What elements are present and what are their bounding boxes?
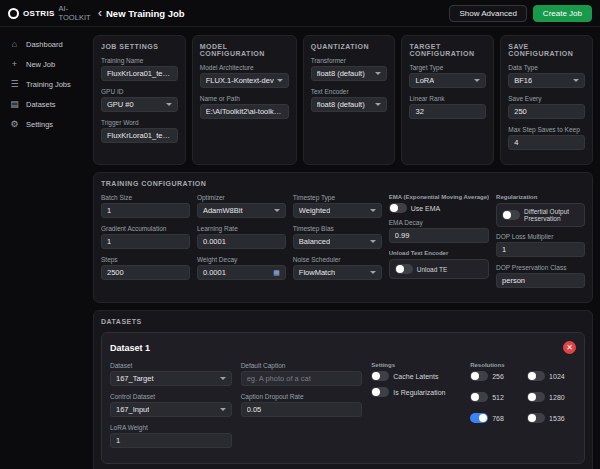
training-configuration-grid: Batch Size Gradient Accumulation Steps <box>101 194 585 295</box>
sidebar-item-dashboard[interactable]: ⌂ Dashboard <box>0 34 86 54</box>
close-icon[interactable]: ✕ <box>563 341 576 354</box>
dop-preservation-class-field: DOP Preservation Class <box>496 264 585 288</box>
use-ema-toggle[interactable] <box>389 203 407 213</box>
dataset-select[interactable]: 167_Target <box>110 371 232 386</box>
cache-latents-toggle[interactable] <box>371 371 389 381</box>
resolution-768-toggle[interactable] <box>470 413 488 423</box>
timestep-bias-select[interactable]: Balanced <box>293 234 382 249</box>
gpu-id-select[interactable]: GPU #0 <box>101 97 178 112</box>
resolution-512-toggle[interactable] <box>470 392 488 402</box>
chevron-down-icon <box>277 79 283 82</box>
target-configuration-panel: TARGET CONFIGURATION Target Type LoRA Li… <box>401 35 494 165</box>
sidebar: ⌂ Dashboard + New Job ☰ Training Jobs ▤ … <box>0 28 86 469</box>
caption-dropout-input[interactable] <box>241 402 363 417</box>
linear-rank-input[interactable] <box>409 104 486 119</box>
caption-dropout-field: Caption Dropout Rate <box>241 393 363 417</box>
sidebar-item-new-job[interactable]: + New Job <box>0 54 86 74</box>
name-or-path-input[interactable] <box>200 104 289 119</box>
dop-toggle[interactable] <box>502 210 520 220</box>
data-type-field: Data Type BF16 <box>508 64 585 88</box>
timestep-type-label: Timestep Type <box>293 194 382 201</box>
caption-dropout-label: Caption Dropout Rate <box>241 393 363 400</box>
dop-loss-multiplier-field: DOP Loss Multiplier <box>496 233 585 257</box>
optimizer-value: AdamW8Bit <box>203 206 243 215</box>
text-encoder-field: Text Encoder float8 (default) <box>311 88 388 112</box>
page-head: ‹ New Training Job <box>98 7 185 19</box>
linear-rank-label: Linear Rank <box>409 95 486 102</box>
resolution-256-toggle[interactable] <box>470 371 488 381</box>
dataset-label: Dataset <box>110 362 232 369</box>
training-name-input[interactable] <box>101 66 178 81</box>
show-advanced-button[interactable]: Show Advanced <box>449 5 526 22</box>
transformer-select[interactable]: float8 (default) <box>311 66 388 81</box>
training-col-3: Timestep Type Weighted Timestep Bias Bal… <box>293 194 382 295</box>
chevron-down-icon <box>375 103 381 106</box>
target-type-value: LoRA <box>415 76 434 85</box>
batch-size-input[interactable] <box>101 203 190 218</box>
resolution-toggle-row: 1280 <box>527 392 576 402</box>
lora-weight-input[interactable] <box>110 433 232 448</box>
chevron-down-icon <box>370 240 376 243</box>
dataset-col-2: Default Caption Caption Dropout Rate <box>241 362 363 455</box>
chevron-down-icon <box>370 209 376 212</box>
steps-input[interactable] <box>101 265 190 280</box>
timestep-type-select[interactable]: Weighted <box>293 203 382 218</box>
chevron-down-icon <box>220 377 226 380</box>
unload-te-toggle[interactable] <box>395 264 413 274</box>
target-type-select[interactable]: LoRA <box>409 73 486 88</box>
model-configuration-panel: MODEL CONFIGURATION Model Architecture F… <box>192 35 297 165</box>
data-type-select[interactable]: BF16 <box>508 73 585 88</box>
is-regularization-toggle-row: Is Regularization <box>371 387 461 397</box>
dop-loss-multiplier-input[interactable] <box>496 242 585 257</box>
dop-preservation-class-input[interactable] <box>496 273 585 288</box>
timestep-bias-label: Timestep Bias <box>293 225 382 232</box>
trigger-word-input[interactable] <box>101 128 178 143</box>
sidebar-item-settings[interactable]: ⚙ Settings <box>0 114 86 134</box>
brand-name: OSTRIS <box>23 9 55 18</box>
chevron-down-icon <box>573 79 579 82</box>
cache-latents-toggle-row: Cache Latents <box>371 371 461 381</box>
batch-size-field: Batch Size <box>101 194 190 218</box>
transformer-label: Transformer <box>311 57 388 64</box>
use-ema-toggle-row: Use EMA <box>389 203 489 213</box>
save-every-label: Save Every <box>508 95 585 102</box>
model-architecture-value: FLUX.1-Kontext-dev <box>206 76 274 85</box>
cache-latents-label: Cache Latents <box>393 373 438 380</box>
control-dataset-select[interactable]: 167_Input <box>110 402 232 417</box>
gradient-accumulation-input[interactable] <box>101 234 190 249</box>
ema-decay-input[interactable] <box>389 228 489 243</box>
resolution-label: 768 <box>492 415 504 422</box>
sidebar-item-label: New Job <box>26 60 55 69</box>
max-step-saves-field: Max Step Saves to Keep <box>508 126 585 150</box>
learning-rate-input[interactable] <box>197 234 286 249</box>
create-job-button[interactable]: Create Job <box>533 5 592 22</box>
resolution-1024-toggle[interactable] <box>527 371 545 381</box>
resolution-1536-toggle[interactable] <box>527 413 545 423</box>
weight-decay-input[interactable] <box>203 268 270 277</box>
training-configuration-panel: TRAINING CONFIGURATION Batch Size Gradie… <box>93 172 593 303</box>
back-icon[interactable]: ‹ <box>98 7 102 19</box>
control-dataset-field: Control Dataset 167_Input <box>110 393 232 417</box>
is-regularization-toggle[interactable] <box>371 387 389 397</box>
save-every-input[interactable] <box>508 104 585 119</box>
topbar-actions: Show Advanced Create Job <box>449 5 592 22</box>
noise-scheduler-select[interactable]: FlowMatch <box>293 265 382 280</box>
transformer-field: Transformer float8 (default) <box>311 57 388 81</box>
sidebar-item-datasets[interactable]: ▤ Datasets <box>0 94 86 114</box>
name-or-path-field: Name or Path <box>200 95 289 119</box>
sidebar-item-training-jobs[interactable]: ☰ Training Jobs <box>0 74 86 94</box>
default-caption-input[interactable] <box>241 371 363 386</box>
max-step-saves-input[interactable] <box>508 135 585 150</box>
model-architecture-select[interactable]: FLUX.1-Kontext-dev <box>200 73 289 88</box>
page-title: New Training Job <box>106 8 185 19</box>
stepper-icon[interactable]: ▦ <box>273 269 280 276</box>
noise-scheduler-value: FlowMatch <box>299 268 335 277</box>
resolution-1280-toggle[interactable] <box>527 392 545 402</box>
gradient-accumulation-field: Gradient Accumulation <box>101 225 190 249</box>
text-encoder-select[interactable]: float8 (default) <box>311 97 388 112</box>
gradient-accumulation-label: Gradient Accumulation <box>101 225 190 232</box>
optimizer-select[interactable]: AdamW8Bit <box>197 203 286 218</box>
training-col-2: Optimizer AdamW8Bit Learning Rate Weight… <box>197 194 286 295</box>
chevron-down-icon <box>370 271 376 274</box>
dataset-value: 167_Target <box>116 374 154 383</box>
